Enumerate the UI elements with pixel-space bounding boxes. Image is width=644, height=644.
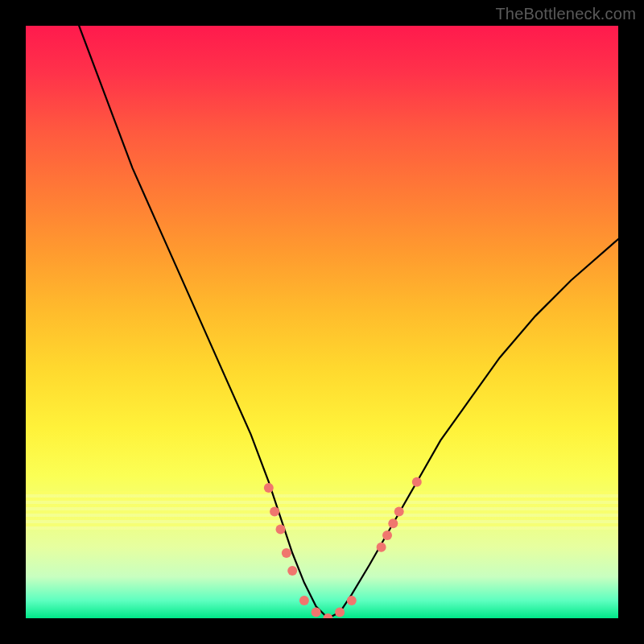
marker-dot [394,507,404,517]
bottleneck-curve-path [79,26,618,618]
marker-dot [287,566,297,576]
marker-dot [412,477,422,487]
marker-dot [377,543,386,552]
watermark-text: TheBottleneck.com [495,5,636,23]
marker-dot [270,507,279,517]
marker-dot [312,608,321,617]
plot-area [26,26,618,618]
marker-dot [282,548,291,558]
marker-dot [347,596,357,605]
marker-dot [382,530,392,540]
marker-dot [276,525,286,535]
marker-dot [264,483,274,493]
marker-group [264,477,422,618]
marker-dot [335,608,345,617]
marker-dot [388,518,398,528]
curve-layer [26,26,618,618]
marker-dot [299,596,309,605]
chart-frame: TheBottleneck.com [0,0,644,644]
